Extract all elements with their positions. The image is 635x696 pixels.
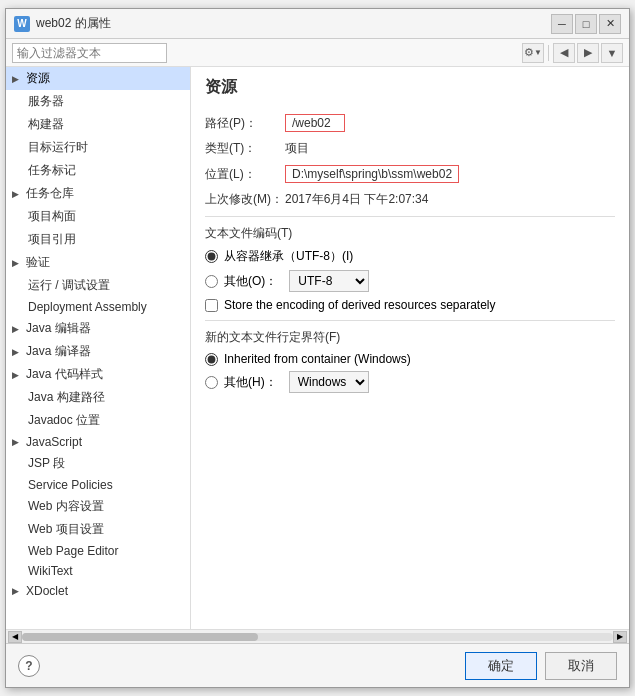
sidebar-item-project-ref[interactable]: 项目引用 <box>6 228 190 251</box>
toolbar: ⚙ ▼ ◀ ▶ ▼ <box>6 39 629 67</box>
encoding-select[interactable]: UTF-8 GBK ISO-8859-1 <box>289 270 369 292</box>
path-label: 路径(P)： <box>205 115 285 132</box>
line-radio2-label: 其他(H)： <box>224 374 277 391</box>
sidebar-item-xdoclet[interactable]: ▶ XDoclet <box>6 581 190 601</box>
sidebar-item-task-tags[interactable]: 任务标记 <box>6 159 190 182</box>
location-row: 位置(L)： D:\myself\spring\b\ssm\web02 <box>205 165 615 183</box>
sidebar-item-java-build-path[interactable]: Java 构建路径 <box>6 386 190 409</box>
title-buttons: ─ □ ✕ <box>551 14 621 34</box>
line-radio1-label: Inherited from container (Windows) <box>224 352 411 366</box>
right-panel: 资源 路径(P)： /web02 类型(T)： 项目 位置(L)： D:\mys… <box>191 67 629 629</box>
left-panel: ▶ 资源 服务器 构建器 目标运行时 任务标记 ▶ 任务仓库 项目构面 <box>6 67 191 629</box>
text-encoding-label: 文本文件编码(T) <box>205 225 615 242</box>
sidebar-item-java-compiler[interactable]: ▶ Java 编译器 <box>6 340 190 363</box>
last-modified-value: 2017年6月4日 下午2:07:34 <box>285 191 428 208</box>
line-radio1[interactable] <box>205 353 218 366</box>
encoding-radio1-label: 从容器继承（UTF-8）(I) <box>224 248 353 265</box>
title-bar: W web02 的属性 ─ □ ✕ <box>6 9 629 39</box>
store-encoding-label: Store the encoding of derived resources … <box>224 298 496 312</box>
arrow-icon: ▶ <box>12 437 22 447</box>
sidebar-item-task-repo[interactable]: ▶ 任务仓库 <box>6 182 190 205</box>
sidebar-item-service-policies[interactable]: Service Policies <box>6 475 190 495</box>
line-encoding-select[interactable]: Windows Unix Mac <box>289 371 369 393</box>
sidebar-item-java-code-style[interactable]: ▶ Java 代码样式 <box>6 363 190 386</box>
panel-title: 资源 <box>205 77 615 102</box>
bottom-bar: ? 确定 取消 <box>6 643 629 687</box>
scroll-left-button[interactable]: ◀ <box>8 631 22 643</box>
type-row: 类型(T)： 项目 <box>205 140 615 157</box>
sidebar-item-server[interactable]: 服务器 <box>6 90 190 113</box>
separator2 <box>205 320 615 321</box>
sidebar-item-java-editor[interactable]: ▶ Java 编辑器 <box>6 317 190 340</box>
sidebar-item-deployment-assembly[interactable]: Deployment Assembly <box>6 297 190 317</box>
encoding-radio1-row: 从容器继承（UTF-8）(I) <box>205 248 615 265</box>
location-value: D:\myself\spring\b\ssm\web02 <box>285 165 459 183</box>
nav-menu-button[interactable]: ⚙ ▼ <box>522 43 544 63</box>
scroll-thumb <box>22 633 258 641</box>
scroll-right-button[interactable]: ▶ <box>613 631 627 643</box>
toolbar-nav: ⚙ ▼ ◀ ▶ ▼ <box>522 43 623 63</box>
line-radio1-row: Inherited from container (Windows) <box>205 352 615 366</box>
sidebar-item-javascript[interactable]: ▶ JavaScript <box>6 432 190 452</box>
help-button[interactable]: ? <box>18 655 40 677</box>
main-content: ▶ 资源 服务器 构建器 目标运行时 任务标记 ▶ 任务仓库 项目构面 <box>6 67 629 629</box>
type-value: 项目 <box>285 140 309 157</box>
store-encoding-checkbox[interactable] <box>205 299 218 312</box>
minimize-button[interactable]: ─ <box>551 14 573 34</box>
window-icon: W <box>14 16 30 32</box>
encoding-radio1[interactable] <box>205 250 218 263</box>
nav-dropdown-button[interactable]: ▼ <box>601 43 623 63</box>
line-radio-group: Inherited from container (Windows) 其他(H)… <box>205 352 615 393</box>
location-label: 位置(L)： <box>205 166 285 183</box>
encoding-radio-group: 从容器继承（UTF-8）(I) 其他(O)： UTF-8 GBK ISO-885… <box>205 248 615 292</box>
sidebar-item-web-page-editor[interactable]: Web Page Editor <box>6 541 190 561</box>
sidebar-item-resources[interactable]: ▶ 资源 <box>6 67 190 90</box>
nav-back-button[interactable]: ◀ <box>553 43 575 63</box>
close-button[interactable]: ✕ <box>599 14 621 34</box>
separator1 <box>205 216 615 217</box>
sidebar-item-builder[interactable]: 构建器 <box>6 113 190 136</box>
filter-input[interactable] <box>12 43 167 63</box>
main-window: W web02 的属性 ─ □ ✕ ⚙ ▼ ◀ ▶ ▼ ▶ 资源 服务器 <box>5 8 630 688</box>
sidebar-item-wikitext[interactable]: WikiText <box>6 561 190 581</box>
sidebar-item-web-content-settings[interactable]: Web 内容设置 <box>6 495 190 518</box>
arrow-icon: ▶ <box>12 347 22 357</box>
encoding-radio2-row: 其他(O)： UTF-8 GBK ISO-8859-1 <box>205 270 615 292</box>
action-buttons: 确定 取消 <box>465 652 617 680</box>
horizontal-scrollbar: ◀ ▶ <box>6 629 629 643</box>
window-title: web02 的属性 <box>36 15 551 32</box>
arrow-icon: ▶ <box>12 189 22 199</box>
arrow-icon: ▶ <box>12 586 22 596</box>
nav-forward-button[interactable]: ▶ <box>577 43 599 63</box>
last-modified-label: 上次修改(M)： <box>205 191 285 208</box>
confirm-button[interactable]: 确定 <box>465 652 537 680</box>
sidebar-item-javadoc-location[interactable]: Javadoc 位置 <box>6 409 190 432</box>
arrow-icon: ▶ <box>12 370 22 380</box>
encoding-radio2[interactable] <box>205 275 218 288</box>
sidebar-item-project-facets[interactable]: 项目构面 <box>6 205 190 228</box>
arrow-icon: ▶ <box>12 74 22 84</box>
new-line-label: 新的文本文件行定界符(F) <box>205 329 615 346</box>
sidebar-item-validation[interactable]: ▶ 验证 <box>6 251 190 274</box>
encoding-radio2-label: 其他(O)： <box>224 273 277 290</box>
line-radio2[interactable] <box>205 376 218 389</box>
type-label: 类型(T)： <box>205 140 285 157</box>
line-radio2-row: 其他(H)： Windows Unix Mac <box>205 371 615 393</box>
store-encoding-row: Store the encoding of derived resources … <box>205 298 615 312</box>
maximize-button[interactable]: □ <box>575 14 597 34</box>
path-value: /web02 <box>285 114 345 132</box>
path-row: 路径(P)： /web02 <box>205 114 615 132</box>
scroll-track[interactable] <box>22 633 613 641</box>
sidebar-item-target-runtime[interactable]: 目标运行时 <box>6 136 190 159</box>
sidebar-item-jsp-section[interactable]: JSP 段 <box>6 452 190 475</box>
last-modified-row: 上次修改(M)： 2017年6月4日 下午2:07:34 <box>205 191 615 208</box>
arrow-icon: ▶ <box>12 324 22 334</box>
sidebar-item-web-project-settings[interactable]: Web 项目设置 <box>6 518 190 541</box>
arrow-icon: ▶ <box>12 258 22 268</box>
sidebar-item-run-debug[interactable]: 运行 / 调试设置 <box>6 274 190 297</box>
cancel-button[interactable]: 取消 <box>545 652 617 680</box>
